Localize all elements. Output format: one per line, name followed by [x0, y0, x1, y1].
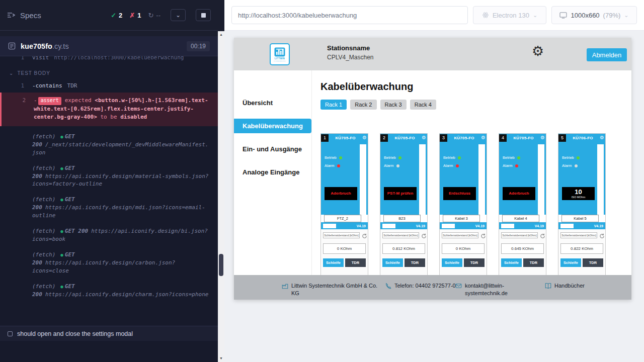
- section-label: TEST BODY: [17, 70, 50, 77]
- version-box: [382, 224, 395, 228]
- email-icon: [455, 283, 462, 289]
- card-number: 2: [380, 134, 388, 142]
- card-gear-icon[interactable]: ⚙: [422, 135, 426, 140]
- fetch-log-row[interactable]: (fetch)●GET 200https://api.iconify.desig…: [0, 282, 218, 300]
- test-icon: [8, 331, 13, 336]
- test-body-section-header[interactable]: ⌄ TEST BODY: [0, 63, 218, 81]
- refresh-icon[interactable]: [421, 233, 427, 239]
- fetch-log-row[interactable]: (fetch)●GET 200https://api.iconify.desig…: [0, 226, 218, 244]
- card-gear-icon[interactable]: ⚙: [481, 135, 486, 140]
- littwin-logo: LITTWIN SYSTEMTECHNIK: [270, 43, 290, 65]
- phone-icon: [385, 283, 391, 289]
- footer-phone: Telefon: 04402 972577-0: [385, 282, 456, 290]
- schleife-button[interactable]: Schleife: [323, 258, 344, 267]
- device-card: 1 KÜ705-FO ⚙ Betrieb Alarm Aderbruch: [320, 133, 368, 275]
- viewport-icon: [559, 12, 567, 19]
- scroll-up-arrow[interactable]: ▲: [218, 31, 224, 38]
- browser-select[interactable]: Electron 130 ⌄: [473, 6, 546, 24]
- next-test-row[interactable]: should open and close the settings modal: [0, 326, 218, 341]
- schleife-button[interactable]: Schleife: [560, 258, 581, 267]
- schleife-button[interactable]: Schleife: [382, 258, 403, 267]
- tab-rack-3[interactable]: Rack 3: [380, 100, 407, 110]
- assert-badge: assert: [38, 97, 61, 105]
- scrollbar-track[interactable]: [218, 31, 224, 362]
- footer-company: Littwin Systemtechnik GmbH & Co. KG: [282, 282, 379, 297]
- betrieb-led: [517, 156, 520, 159]
- sidebar-item-uebersicht[interactable]: Übersicht: [234, 96, 311, 110]
- card-model: KÜ706-FO: [566, 136, 600, 140]
- status-text: Erdschluss: [449, 192, 470, 196]
- collapse-button[interactable]: ⌄: [171, 9, 186, 21]
- reporter-header: Specs ✓2 ✗1 ↻-- ⌄: [0, 0, 218, 31]
- tdr-button[interactable]: TDR: [523, 258, 544, 267]
- alarm-label: Alarm: [325, 163, 335, 168]
- fetch-url: https://api.iconify.design/charm.json?ic…: [45, 291, 209, 298]
- refresh-icon: ↻: [148, 12, 153, 19]
- fetch-tag: (fetch): [32, 283, 55, 290]
- footer-manuals[interactable]: Handbücher: [545, 282, 585, 290]
- tdr-button[interactable]: TDR: [583, 258, 603, 267]
- card-white-strip: [538, 144, 544, 215]
- refresh-icon[interactable]: [480, 233, 486, 239]
- url-input[interactable]: [231, 6, 468, 24]
- sidebar-item-kabelueberwachung[interactable]: Kabelüberwachung: [234, 119, 311, 133]
- command-log: 1 visithttp://localhost:3000/kabelueberw…: [0, 56, 218, 362]
- viewport-size: 1000x660: [571, 12, 599, 19]
- spec-title-bar[interactable]: kue705fo.cy.ts 00:19: [0, 36, 218, 56]
- tdr-button[interactable]: TDR: [345, 258, 366, 267]
- sidebar-item-analoge-eingaenge[interactable]: Analoge Eingänge: [234, 165, 311, 179]
- refresh-icon[interactable]: [362, 233, 367, 239]
- logout-button[interactable]: Abmelden: [587, 48, 627, 61]
- fetch-log-row[interactable]: (fetch)●GET 200/_next/static/development…: [0, 132, 218, 158]
- tab-rack-1[interactable]: Rack 1: [320, 100, 347, 110]
- card-number: 5: [558, 134, 566, 142]
- card-gear-icon[interactable]: ⚙: [362, 135, 367, 140]
- app-main: Kabelüberwachung Rack 1 Rack 2 Rack 3 Ra…: [312, 70, 631, 275]
- card-gear-icon[interactable]: ⚙: [540, 135, 545, 140]
- spec-name: kue705fo: [21, 42, 52, 50]
- card-model: KÜ705-FO: [447, 136, 481, 140]
- schleife-button[interactable]: Schleife: [501, 258, 522, 267]
- betrieb-label: Betrieb: [384, 155, 396, 160]
- resistance-value: 0 KOhm: [323, 243, 366, 254]
- device-card: 5 KÜ706-FO ⚙ Betrieb Alarm 10 ISO MOhm: [558, 133, 606, 275]
- failed-assert-row[interactable]: 2 -assertexpected <button.w-[50%].h-[1.5…: [0, 93, 218, 126]
- refresh-icon[interactable]: [540, 233, 545, 239]
- refresh-icon[interactable]: [599, 233, 605, 239]
- version-label: V4.19: [357, 224, 366, 228]
- version-box: [560, 224, 574, 228]
- alarm-label: Alarm: [443, 163, 453, 168]
- schleife-button[interactable]: Schleife: [442, 258, 462, 267]
- alarm-label: Alarm: [562, 163, 572, 168]
- card-gear-icon[interactable]: ⚙: [600, 135, 604, 140]
- viewport-zoom: (79%): [603, 12, 621, 19]
- tdr-button[interactable]: TDR: [464, 258, 485, 267]
- fetch-tag: (fetch): [32, 228, 55, 234]
- visit-command-row[interactable]: 1 visithttp://localhost:3000/kabelueberw…: [0, 56, 218, 63]
- status-display: Erdschluss: [443, 187, 476, 200]
- scroll-down-arrow[interactable]: ▼: [218, 355, 224, 362]
- viewport-select[interactable]: 1000x660 (79%) ⌄: [551, 6, 637, 24]
- fetch-log-row[interactable]: (fetch)●GET 200https://api.iconify.desig…: [0, 163, 218, 190]
- tdr-button[interactable]: TDR: [405, 258, 425, 267]
- settings-gear-icon[interactable]: ⚙: [532, 45, 544, 58]
- tab-rack-2[interactable]: Rack 2: [350, 100, 376, 110]
- fetch-log-row[interactable]: (fetch)●GET 200https://api.iconify.desig…: [0, 195, 218, 221]
- fetch-log-row[interactable]: (fetch)●GET 200https://api.iconify.desig…: [0, 250, 218, 276]
- chevron-down-icon: ⌄: [9, 70, 14, 77]
- aut-stage: LITTWIN SYSTEMTECHNIK Stationsname CPLV4…: [224, 31, 644, 362]
- contains-command-row[interactable]: 1 -containsTDR: [0, 81, 218, 91]
- resistance-label: Schleifenwiderstand [kOhm]: [501, 232, 538, 238]
- line-number: 1: [0, 82, 32, 90]
- stop-button[interactable]: [196, 9, 211, 21]
- tab-rack-4[interactable]: Rack 4: [410, 100, 436, 110]
- check-icon: ✓: [111, 12, 116, 19]
- assert-tobe: to be: [100, 114, 117, 120]
- sidebar-item-ein-und-ausgaenge[interactable]: Ein- und Ausgänge: [234, 142, 311, 156]
- status-display: 10 ISO MOhm: [562, 187, 595, 200]
- scrollbar-thumb[interactable]: [219, 254, 223, 276]
- panel-scrollbar[interactable]: ▲ ▼: [218, 0, 224, 362]
- command-arg: TDR: [67, 82, 77, 89]
- version-label: V4.19: [416, 224, 425, 228]
- specs-menu-icon[interactable]: [7, 12, 16, 19]
